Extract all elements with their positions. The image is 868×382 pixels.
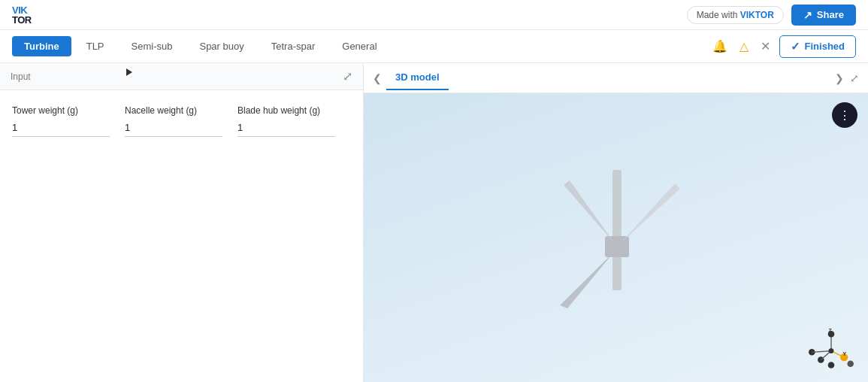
made-with-button[interactable]: Made with VIKTOR bbox=[687, 6, 784, 24]
blade-hub-weight-input[interactable] bbox=[237, 119, 335, 137]
main-content: Input ⤢ Tower weight (g) Nacelle weight … bbox=[0, 63, 868, 382]
share-icon: ↗ bbox=[803, 9, 812, 21]
tower-weight-input[interactable] bbox=[12, 119, 110, 137]
tab-general[interactable]: General bbox=[330, 36, 389, 56]
fullscreen-icon: ⤢ bbox=[850, 72, 859, 84]
fullscreen-button[interactable]: ⤢ bbox=[850, 72, 859, 84]
check-circle-icon: ✓ bbox=[791, 40, 800, 53]
right-panel-actions: ❯ ⤢ bbox=[835, 72, 859, 84]
panel-header: Input ⤢ bbox=[0, 63, 363, 90]
chevron-right-button[interactable]: ❯ bbox=[835, 72, 844, 84]
tab-tlp[interactable]: TLP bbox=[74, 36, 116, 56]
chevron-left-button[interactable]: ❮ bbox=[373, 72, 382, 84]
chevron-right-icon: ❯ bbox=[835, 72, 844, 84]
svg-point-4 bbox=[828, 362, 835, 368]
tab-tetra-spar[interactable]: Tetra-spar bbox=[259, 36, 328, 56]
blade-hub-weight-label: Blade hub weight (g) bbox=[237, 105, 335, 116]
svg-point-14 bbox=[829, 348, 834, 353]
nacelle-weight-input[interactable] bbox=[125, 119, 222, 137]
nacelle-weight-field: Nacelle weight (g) bbox=[125, 105, 222, 137]
input-fields: Tower weight (g) Nacelle weight (g) Blad… bbox=[12, 105, 351, 137]
logo: VIK TOR bbox=[12, 5, 32, 25]
axis-gizmo: Y X Z bbox=[805, 326, 857, 371]
nav-tabs: Turbine TLP Semi-sub Spar buoy Tetra-spa… bbox=[12, 36, 389, 56]
tower-weight-field: Tower weight (g) bbox=[12, 105, 110, 137]
bell-icon: 🔔 bbox=[712, 39, 727, 53]
tab-3d-model[interactable]: 3D model bbox=[386, 65, 449, 90]
top-bar: VIK TOR Made with VIKTOR ↗ Share bbox=[0, 0, 868, 30]
blade-hub-weight-field: Blade hub weight (g) bbox=[237, 105, 335, 137]
svg-point-6 bbox=[847, 360, 854, 367]
right-panel-header: ❮ 3D model ❯ ⤢ bbox=[364, 63, 868, 93]
three-dot-menu-button[interactable]: ⋮ bbox=[832, 102, 857, 128]
tab-turbine[interactable]: Turbine bbox=[12, 36, 71, 56]
svg-point-15 bbox=[828, 331, 835, 338]
panel-body: Tower weight (g) Nacelle weight (g) Blad… bbox=[0, 90, 363, 382]
finished-button[interactable]: ✓ Finished bbox=[779, 35, 856, 58]
3d-view[interactable]: ⋮ bbox=[364, 93, 868, 382]
right-panel-tabs: ❮ 3D model bbox=[373, 65, 449, 90]
nacelle-weight-label: Nacelle weight (g) bbox=[125, 105, 222, 116]
top-bar-right: Made with VIKTOR ↗ Share bbox=[687, 5, 856, 26]
tower-weight-label: Tower weight (g) bbox=[12, 105, 110, 116]
expand-icon: ⤢ bbox=[343, 70, 352, 83]
expand-button[interactable]: ⤢ bbox=[343, 69, 352, 83]
bell-button[interactable]: 🔔 bbox=[709, 36, 730, 56]
share-button[interactable]: ↗ Share bbox=[791, 5, 856, 26]
right-panel: ❮ 3D model ❯ ⤢ ⋮ bbox=[364, 63, 868, 382]
warning-icon: △ bbox=[739, 39, 749, 53]
warning-button[interactable]: △ bbox=[736, 36, 752, 56]
chevron-left-icon: ❮ bbox=[373, 72, 382, 84]
panel-header-label: Input bbox=[11, 71, 31, 82]
turbine-3d-model bbox=[519, 125, 714, 335]
nav-bar: Turbine TLP Semi-sub Spar buoy Tetra-spa… bbox=[0, 30, 868, 63]
close-icon: ✕ bbox=[761, 39, 770, 53]
left-panel: Input ⤢ Tower weight (g) Nacelle weight … bbox=[0, 63, 364, 382]
tab-spar-buoy[interactable]: Spar buoy bbox=[187, 36, 256, 56]
close-button[interactable]: ✕ bbox=[758, 36, 773, 56]
tab-semi-sub[interactable]: Semi-sub bbox=[119, 36, 185, 56]
svg-text:Y: Y bbox=[842, 351, 846, 356]
svg-rect-0 bbox=[612, 170, 622, 290]
svg-rect-1 bbox=[605, 236, 629, 257]
nav-bar-right: 🔔 △ ✕ ✓ Finished bbox=[709, 35, 856, 58]
